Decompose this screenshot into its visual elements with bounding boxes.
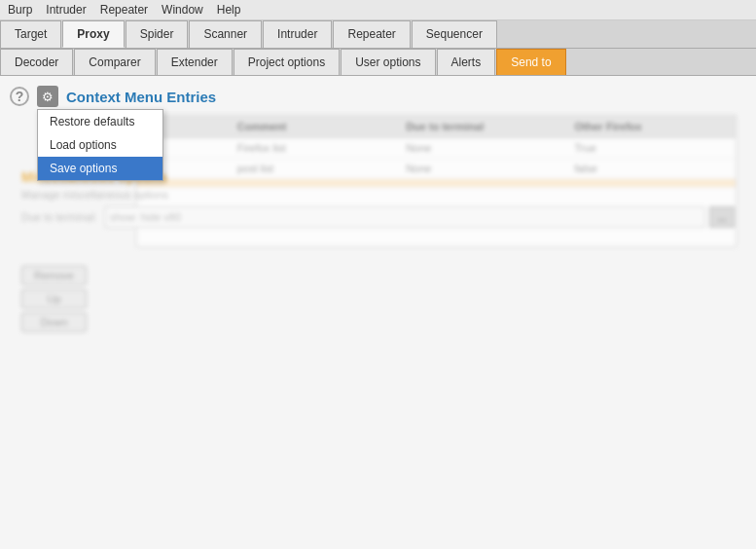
menu-bar: Burp Intruder Repeater Window Help — [0, 0, 756, 20]
cell-terminal-1: None — [398, 140, 566, 156]
tab-repeater[interactable]: Repeater — [333, 20, 410, 48]
tab-user-options[interactable]: User options — [341, 49, 435, 75]
misc-button[interactable]: ... — [709, 206, 735, 228]
gear-dropdown-menu: Restore defaults Load options Save optio… — [37, 109, 163, 181]
tab-sequencer[interactable]: Sequencer — [412, 20, 497, 48]
col-header-comment: Comment — [230, 119, 398, 134]
remove-button[interactable]: Remove — [21, 266, 87, 285]
dropdown-item-load[interactable]: Load options — [38, 133, 162, 157]
up-button[interactable]: Up — [21, 289, 87, 309]
tab-decoder[interactable]: Decoder — [0, 49, 73, 75]
page-title: Context Menu Entries — [66, 89, 216, 105]
tab-intruder[interactable]: Intruder — [263, 20, 332, 48]
tab-target[interactable]: Target — [0, 20, 61, 48]
action-buttons: Remove Up Down — [21, 266, 87, 332]
misc-input-field[interactable] — [105, 206, 705, 228]
tab-comparer[interactable]: Comparer — [74, 49, 155, 75]
menu-repeater[interactable]: Repeater — [96, 2, 152, 18]
dropdown-item-restore[interactable]: Restore defaults — [38, 110, 162, 133]
help-icon[interactable]: ? — [10, 87, 29, 106]
cell-firefox-1: True — [567, 140, 736, 156]
menu-burp[interactable]: Burp — [4, 2, 36, 18]
col-header-firefox: Other Firefox — [567, 119, 736, 134]
tab-send-to[interactable]: Send to — [496, 49, 565, 75]
menu-intruder[interactable]: Intruder — [42, 2, 90, 18]
table-header: Comment Due to terminal Other Firefox — [137, 116, 736, 138]
tab-spider[interactable]: Spider — [126, 20, 189, 48]
misc-label: Due to terminal: — [21, 211, 97, 223]
misc-description: Manage miscellaneous options — [21, 189, 735, 201]
misc-input-row: Due to terminal: ... — [21, 206, 735, 228]
menu-help[interactable]: Help — [213, 2, 245, 18]
col-header-terminal: Due to terminal — [398, 119, 566, 134]
tab-row-2: Decoder Comparer Extender Project option… — [0, 49, 756, 76]
tab-proxy[interactable]: Proxy — [62, 20, 124, 48]
content-area: ? ⚙ Restore defaults Load options Save o… — [0, 76, 756, 549]
tab-scanner[interactable]: Scanner — [189, 20, 262, 48]
menu-window[interactable]: Window — [158, 2, 207, 18]
tab-project-options[interactable]: Project options — [234, 49, 340, 75]
dropdown-item-save[interactable]: Save options — [38, 157, 162, 180]
gear-button[interactable]: ⚙ — [37, 86, 58, 107]
gear-dropdown-trigger: ⚙ Restore defaults Load options Save opt… — [37, 86, 58, 107]
tab-alerts[interactable]: Alerts — [437, 49, 496, 75]
page-header: ? ⚙ Restore defaults Load options Save o… — [10, 86, 746, 107]
table-row: Firefox list None True — [137, 138, 736, 159]
down-button[interactable]: Down — [21, 312, 87, 332]
cell-comment-1: Firefox list — [230, 140, 398, 156]
tab-row-1: Target Proxy Spider Scanner Intruder Rep… — [0, 20, 756, 49]
tab-extender[interactable]: Extender — [157, 49, 233, 75]
